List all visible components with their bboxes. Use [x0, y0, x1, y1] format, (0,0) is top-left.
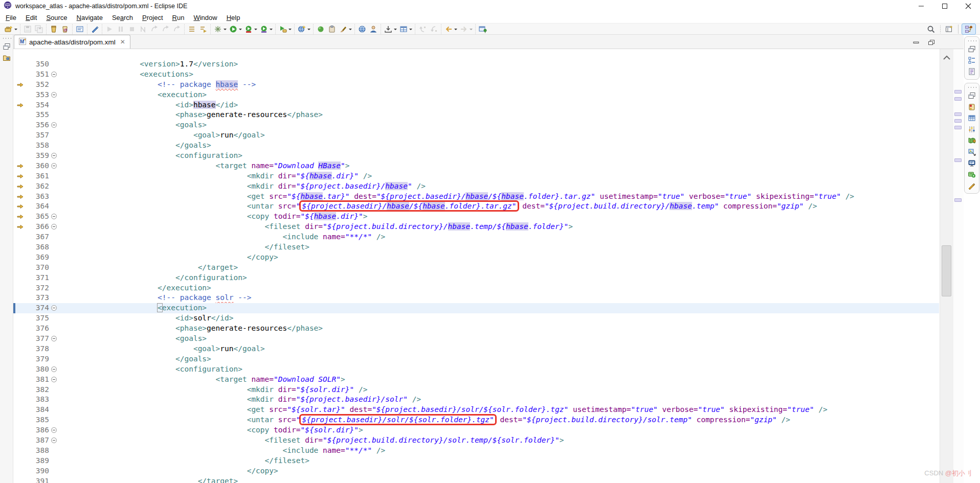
code-text[interactable]: <copy todir="${solr.dir}"> [59, 425, 939, 435]
show-view-icon[interactable] [398, 24, 413, 34]
fold-collapse-icon[interactable] [49, 222, 59, 232]
external-tools-icon[interactable] [277, 24, 293, 34]
maximize-button[interactable] [933, 0, 956, 12]
code-text[interactable]: <fileset dir="${project.build.directory}… [59, 435, 939, 446]
filters-view-icon[interactable] [965, 124, 978, 134]
code-text[interactable]: <!-- package hbase --> [59, 80, 939, 90]
code-text[interactable]: <execution> [59, 303, 939, 313]
code-text[interactable]: <untar src="${project.basedir}/hbase/${h… [59, 201, 939, 212]
open-console-icon[interactable] [74, 24, 85, 34]
archive-source-icon[interactable]: @ [59, 24, 71, 34]
code-text[interactable]: </configuration> [59, 273, 939, 283]
open-perspective-icon[interactable] [944, 24, 955, 34]
profile-icon[interactable] [258, 24, 274, 34]
occurrence-mark[interactable] [954, 198, 962, 202]
code-text[interactable]: <mkdir dir="${project.basedir}/hbase" /> [59, 181, 939, 192]
occurrence-mark[interactable] [954, 119, 962, 123]
minimize-button[interactable] [909, 0, 933, 12]
code-text[interactable]: <include name="**/*" /> [59, 446, 939, 456]
fold-collapse-icon[interactable] [49, 151, 59, 161]
next-annotation-icon[interactable] [428, 24, 439, 34]
menu-run[interactable]: Run [168, 13, 189, 22]
menu-navigate[interactable]: Navigate [72, 13, 107, 22]
fold-collapse-icon[interactable] [49, 90, 59, 100]
history-view-icon[interactable] [965, 101, 978, 112]
code-text[interactable]: <id>solr</id> [59, 313, 939, 324]
previous-annotation-icon[interactable] [417, 24, 428, 34]
fold-collapse-icon[interactable] [49, 303, 59, 313]
user-profile-icon[interactable] [368, 24, 379, 34]
code-text[interactable]: <!-- package solr --> [59, 293, 939, 303]
code-text[interactable]: <phase>generate-resources</phase> [59, 324, 939, 334]
save-all-icon[interactable] [33, 24, 44, 34]
fold-collapse-icon[interactable] [49, 120, 59, 130]
code-text[interactable]: </goals> [59, 141, 939, 151]
code-text[interactable]: <goal>run</goal> [59, 130, 939, 141]
occurrence-mark[interactable] [954, 126, 962, 129]
code-text[interactable]: <target name="Download HBase"> [59, 161, 939, 171]
code-rows[interactable]: 350 <version>1.7</version>351 <execution… [13, 49, 939, 483]
menu-help[interactable]: Help [222, 13, 245, 22]
console-view-icon[interactable] [965, 157, 978, 168]
code-text[interactable]: <get src="${solr.tar}" dest="${project.b… [59, 405, 939, 415]
suspend-icon[interactable] [115, 24, 126, 34]
code-text[interactable]: <untar src="${project.basedir}/solr/${so… [59, 415, 939, 425]
occurrence-mark[interactable] [954, 158, 962, 162]
code-text[interactable]: <version>1.7</version> [59, 59, 939, 70]
coverage-icon[interactable] [243, 24, 258, 34]
clipboard-icon[interactable] [326, 24, 338, 34]
maximize-editor-icon[interactable] [928, 38, 935, 48]
scrollbar-thumb[interactable] [942, 245, 951, 296]
code-text[interactable]: <fileset dir="${project.build.directory}… [59, 222, 939, 232]
pin-editor-icon[interactable] [477, 24, 488, 34]
console-list-icon[interactable] [186, 24, 197, 34]
step-over-icon[interactable] [160, 24, 171, 34]
code-text[interactable]: </copy> [59, 252, 939, 263]
save-icon[interactable] [22, 24, 33, 34]
vertical-scrollbar[interactable] [940, 49, 953, 483]
search-icon[interactable] [925, 24, 937, 34]
web-browser-icon[interactable] [357, 24, 368, 34]
occurrence-mark[interactable] [954, 90, 962, 94]
occurrence-mark[interactable] [954, 112, 962, 116]
code-text[interactable]: </target> [59, 263, 939, 273]
code-text[interactable]: <phase>generate-resources</phase> [59, 110, 939, 120]
code-text[interactable]: <mkdir dir="${hbase.dir}" /> [59, 171, 939, 181]
markers-view-icon[interactable] [965, 180, 978, 191]
terminate-icon[interactable] [126, 24, 138, 34]
menu-window[interactable]: Window [189, 13, 221, 22]
step-return-icon[interactable] [171, 24, 183, 34]
edit-annotations-icon[interactable] [89, 24, 100, 34]
new-web-artifact-icon[interactable] [296, 24, 311, 34]
outline-view-icon[interactable] [965, 55, 978, 65]
servers-view-icon[interactable] [965, 169, 978, 179]
code-text[interactable]: <goals> [59, 334, 939, 344]
fold-collapse-icon[interactable] [49, 334, 59, 344]
menu-edit[interactable]: Edit [21, 13, 41, 22]
restore-view-icon[interactable] [965, 90, 978, 101]
menu-file[interactable]: File [1, 13, 21, 22]
menu-search[interactable]: Search [107, 13, 138, 22]
fold-collapse-icon[interactable] [49, 425, 59, 435]
menu-project[interactable]: Project [138, 13, 167, 22]
new-wizard-icon[interactable] [3, 24, 18, 34]
code-text[interactable]: <include name="**/*" /> [59, 232, 939, 242]
code-text[interactable]: <mkdir dir="${project.basedir}/solr" /> [59, 395, 939, 405]
code-text[interactable]: <execution> [59, 90, 939, 100]
code-text[interactable]: <executions> [59, 70, 939, 80]
code-text[interactable]: <goals> [59, 120, 939, 130]
restore-view-icon[interactable] [965, 43, 978, 54]
fold-collapse-icon[interactable] [49, 212, 59, 222]
run-icon[interactable] [228, 24, 243, 34]
rail-drag-handle[interactable] [967, 40, 976, 42]
export-archive-icon[interactable] [48, 24, 59, 34]
restore-view-icon[interactable] [1, 41, 13, 52]
scroll-up-icon[interactable] [943, 53, 951, 62]
code-text[interactable]: </target> [59, 476, 939, 483]
thumbnail-view-icon[interactable] [965, 146, 978, 157]
import-icon[interactable] [383, 24, 398, 34]
disconnect-icon[interactable] [138, 24, 149, 34]
code-text[interactable]: <configuration> [59, 151, 939, 161]
fold-collapse-icon[interactable] [49, 375, 59, 385]
minimize-editor-icon[interactable] [912, 38, 920, 48]
